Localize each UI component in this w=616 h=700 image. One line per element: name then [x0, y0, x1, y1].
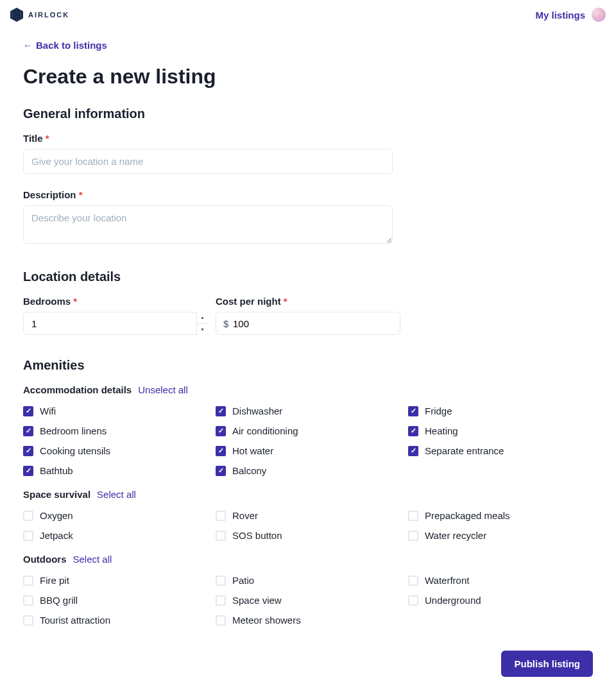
bedrooms-input[interactable] — [23, 312, 208, 335]
back-to-listings-link[interactable]: ← Back to listings — [23, 40, 107, 51]
amenity-checkbox-item[interactable]: ✓Hot water — [216, 445, 408, 456]
amenity-checkbox-item[interactable]: ✓Waterfront — [408, 575, 601, 586]
amenity-checkbox-item[interactable]: ✓Wifi — [23, 405, 216, 416]
checkbox[interactable]: ✓ — [408, 531, 418, 541]
amenity-checkbox-item[interactable]: ✓Prepackaged meals — [408, 510, 601, 521]
section-amenities-title: Amenities — [23, 358, 593, 373]
title-label: Title * — [23, 133, 593, 144]
checkbox[interactable]: ✓ — [216, 511, 226, 521]
amenity-label: Fire pit — [40, 575, 69, 586]
amenity-checkbox-item[interactable]: ✓Balcony — [216, 465, 408, 476]
bedrooms-label: Bedrooms * — [23, 296, 208, 307]
checkbox[interactable]: ✓ — [23, 466, 33, 476]
checkbox[interactable]: ✓ — [23, 426, 33, 436]
amenity-group-header: OutdoorsSelect all — [23, 554, 593, 565]
section-location-title: Location details — [23, 269, 593, 284]
amenity-label: Air conditioning — [232, 425, 298, 436]
amenity-checkbox-item[interactable]: ✓Separate entrance — [408, 445, 601, 456]
amenity-label: Underground — [425, 595, 481, 606]
logo-text: AIRLOCK — [28, 11, 69, 19]
checkbox[interactable]: ✓ — [216, 446, 226, 456]
amenity-group-toggle[interactable]: Select all — [73, 554, 112, 565]
amenity-checkbox-item[interactable]: ✓Patio — [216, 575, 408, 586]
amenity-label: Waterfront — [425, 575, 469, 586]
amenity-label: Tourist attraction — [40, 615, 110, 626]
check-icon: ✓ — [218, 467, 224, 474]
my-listings-link[interactable]: My listings — [535, 10, 585, 21]
amenity-group-toggle[interactable]: Unselect all — [138, 384, 188, 395]
logo[interactable]: AIRLOCK — [10, 8, 69, 22]
amenity-checkbox-item[interactable]: ✓Space view — [216, 595, 408, 606]
amenity-label: Heating — [425, 425, 458, 436]
amenity-checkbox-item[interactable]: ✓Oxygen — [23, 510, 216, 521]
checkbox[interactable]: ✓ — [23, 446, 33, 456]
amenity-checkbox-item[interactable]: ✓Fire pit — [23, 575, 216, 586]
amenity-checkbox-item[interactable]: ✓Bedroom linens — [23, 425, 216, 436]
amenity-label: Oxygen — [40, 510, 73, 521]
amenity-group-toggle[interactable]: Select all — [97, 489, 136, 500]
amenity-label: Rover — [232, 510, 258, 521]
amenity-checkbox-item[interactable]: ✓Meteor showers — [216, 615, 408, 626]
checkbox[interactable]: ✓ — [216, 406, 226, 416]
amenity-checkbox-item[interactable]: ✓Air conditioning — [216, 425, 408, 436]
amenity-checkbox-item[interactable]: ✓Bathtub — [23, 465, 216, 476]
bedrooms-stepper: ▲ ▼ — [196, 312, 208, 335]
check-icon: ✓ — [411, 447, 416, 454]
checkbox[interactable]: ✓ — [408, 406, 418, 416]
checkbox[interactable]: ✓ — [216, 576, 226, 586]
checkbox[interactable]: ✓ — [23, 595, 33, 606]
title-input[interactable] — [23, 149, 393, 174]
avatar[interactable] — [592, 8, 606, 22]
checkbox[interactable]: ✓ — [23, 615, 33, 626]
checkbox[interactable]: ✓ — [216, 466, 226, 476]
amenity-label: Bedroom linens — [40, 425, 107, 436]
checkbox[interactable]: ✓ — [408, 446, 418, 456]
amenity-label: Space view — [232, 595, 282, 606]
amenity-checkbox-item[interactable]: ✓SOS button — [216, 530, 408, 541]
checkbox[interactable]: ✓ — [408, 511, 418, 521]
checkbox[interactable]: ✓ — [23, 406, 33, 416]
amenity-group: OutdoorsSelect all✓Fire pit✓Patio✓Waterf… — [23, 554, 593, 626]
publish-listing-button[interactable]: Publish listing — [501, 651, 593, 677]
checkbox[interactable]: ✓ — [23, 531, 33, 541]
amenity-label: Prepackaged meals — [425, 510, 510, 521]
arrow-left-icon: ← — [23, 40, 32, 51]
amenity-group-header: Space survivalSelect all — [23, 489, 593, 500]
amenity-checkbox-item[interactable]: ✓BBQ grill — [23, 595, 216, 606]
cost-input[interactable] — [216, 312, 400, 335]
amenity-group-header: Accommodation detailsUnselect all — [23, 384, 593, 395]
amenity-label: SOS button — [232, 530, 282, 541]
amenity-checkbox-item[interactable]: ✓Underground — [408, 595, 601, 606]
description-input[interactable] — [23, 205, 393, 244]
stepper-down-icon[interactable]: ▼ — [197, 324, 208, 336]
amenity-checkbox-item[interactable]: ✓Dishwasher — [216, 405, 408, 416]
amenity-group-title: Outdoors — [23, 554, 67, 565]
checkbox[interactable]: ✓ — [216, 595, 226, 606]
amenity-label: Bathtub — [40, 465, 73, 476]
checkbox[interactable]: ✓ — [216, 426, 226, 436]
check-icon: ✓ — [26, 447, 31, 454]
amenity-checkbox-item[interactable]: ✓Heating — [408, 425, 601, 436]
amenity-checkbox-item[interactable]: ✓Jetpack — [23, 530, 216, 541]
description-label: Description * — [23, 189, 593, 200]
amenity-group: Accommodation detailsUnselect all✓Wifi✓D… — [23, 384, 593, 476]
checkbox[interactable]: ✓ — [408, 595, 418, 606]
amenity-checkbox-item[interactable]: ✓Water recycler — [408, 530, 601, 541]
checkbox[interactable]: ✓ — [408, 576, 418, 586]
checkbox[interactable]: ✓ — [408, 426, 418, 436]
amenity-checkbox-item[interactable]: ✓Fridge — [408, 405, 601, 416]
amenity-grid: ✓Oxygen✓Rover✓Prepackaged meals✓Jetpack✓… — [23, 510, 593, 541]
amenity-checkbox-item[interactable]: ✓Tourist attraction — [23, 615, 216, 626]
amenity-label: Hot water — [232, 445, 273, 456]
amenity-label: Cooking utensils — [40, 445, 110, 456]
check-icon: ✓ — [26, 407, 31, 414]
amenity-label: Fridge — [425, 405, 452, 416]
checkbox[interactable]: ✓ — [23, 576, 33, 586]
checkbox[interactable]: ✓ — [216, 531, 226, 541]
checkbox[interactable]: ✓ — [23, 511, 33, 521]
check-icon: ✓ — [411, 427, 416, 434]
amenity-checkbox-item[interactable]: ✓Rover — [216, 510, 408, 521]
stepper-up-icon[interactable]: ▲ — [197, 312, 208, 324]
amenity-checkbox-item[interactable]: ✓Cooking utensils — [23, 445, 216, 456]
checkbox[interactable]: ✓ — [216, 615, 226, 626]
